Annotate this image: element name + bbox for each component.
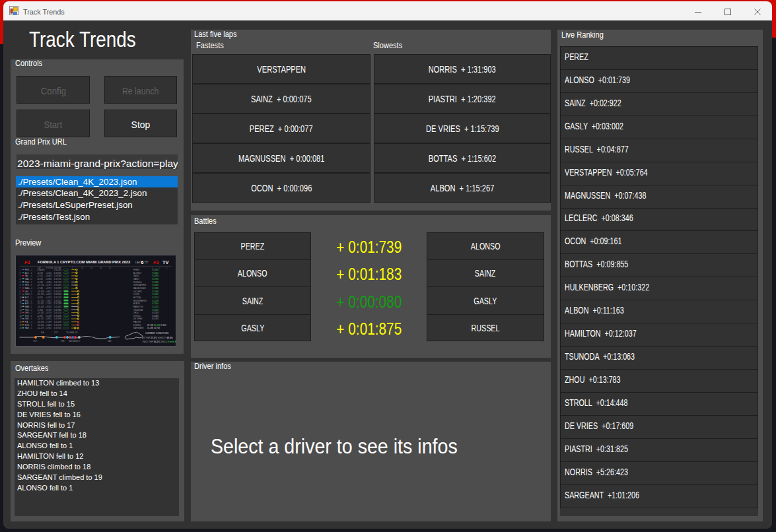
svg-text:VERSTAPPEN: VERSTAPPEN [133, 284, 146, 286]
svg-text:+ 0: + 0 [30, 302, 32, 305]
svg-text:GASLY: GASLY [133, 278, 139, 281]
svg-text:SAR: SAR [25, 327, 29, 329]
svg-text:PER: PER [25, 269, 29, 271]
svg-text:19: 19 [20, 323, 22, 326]
svg-text:16: 16 [20, 314, 22, 317]
svg-text:+4.396: +4.396 [46, 281, 52, 283]
svg-text:ALONSO: ALONSO [133, 271, 142, 274]
svg-text:+ 1: + 1 [30, 296, 32, 298]
svg-text:+ 2: + 2 [30, 308, 32, 311]
svg-text:+13.307: +13.307 [37, 302, 44, 305]
svg-text:+18.428: +18.428 [37, 305, 44, 308]
svg-text:HAMILTON: HAMILTON [133, 305, 143, 308]
svg-text:+4.191: +4.191 [46, 286, 52, 289]
svg-text:1:33.982: 1:33.982 [54, 308, 62, 311]
svg-text:+6.982: +6.982 [46, 317, 52, 320]
svg-text:+4.192: +4.192 [37, 271, 43, 274]
svg-text:31.918: 31.918 [154, 327, 160, 329]
svg-text:+8.468: +8.468 [46, 275, 52, 277]
svg-text:F1: F1 [153, 259, 159, 265]
svg-text:- 0: - 0 [30, 317, 32, 320]
svg-text:- 0: - 0 [30, 290, 32, 292]
svg-text:S1.986: S1.986 [153, 286, 159, 289]
svg-text:LEC: LEC [25, 290, 29, 292]
svg-text:17: 17 [20, 317, 22, 320]
svg-text:NORRIS: NORRIS [133, 323, 141, 326]
svg-text:INTERVAL: INTERVAL [46, 267, 54, 269]
svg-text:1:33.419: 1:33.419 [54, 290, 62, 292]
svg-text:BOT: BOT [25, 296, 29, 298]
svg-text:+ 1: + 1 [30, 312, 32, 314]
svg-text:DE VRIES: DE VRIES [133, 317, 143, 320]
svg-text:+1.120: +1.120 [46, 271, 52, 274]
svg-text:+8.319: +8.319 [37, 278, 43, 281]
svg-text:PEREZ: PEREZ [133, 269, 140, 271]
svg-text:- 2: - 2 [30, 314, 32, 317]
svg-text:TV: TV [162, 259, 169, 265]
svg-text:S1.838: S1.838 [153, 269, 159, 271]
svg-text:- 2: - 2 [30, 305, 32, 308]
svg-text:HULKENBERG: HULKENBERG [133, 299, 147, 302]
svg-text:HAM: HAM [25, 305, 30, 308]
svg-text:+8.303: +8.303 [46, 305, 52, 308]
svg-text:1:33.288: 1:33.288 [54, 302, 62, 305]
svg-text:LAP: LAP [135, 260, 141, 263]
svg-text:+5.118: +5.118 [46, 314, 52, 317]
svg-text:+ 0: + 0 [30, 286, 32, 289]
svg-text:18: 18 [20, 321, 22, 323]
svg-text:+19.296: +19.296 [37, 321, 44, 323]
svg-text:1:33.451: 1:33.451 [54, 299, 62, 302]
svg-text:+14.273: +14.273 [37, 327, 44, 329]
svg-text:+0.183: +0.183 [46, 296, 52, 298]
svg-text:BOTTAS: BOTTAS [133, 296, 141, 298]
svg-text:RUS: RUS [25, 281, 29, 283]
svg-text:29.738: 29.738 [147, 323, 153, 326]
svg-text:+ 0: + 0 [30, 278, 32, 281]
svg-text:S1.573: S1.573 [153, 296, 159, 298]
svg-text:1:33.383: 1:33.383 [54, 275, 62, 277]
svg-text:+9.821: +9.821 [46, 290, 52, 292]
svg-text:S1.735: S1.735 [153, 317, 159, 320]
svg-text:S1.988: S1.988 [153, 281, 159, 283]
svg-text:F1: F1 [24, 259, 30, 265]
svg-text:TSUNODA: TSUNODA [133, 308, 143, 311]
svg-text:TSU HAM LEC: TSU HAM LEC [66, 331, 78, 334]
svg-text:STR: STR [25, 314, 29, 317]
svg-text:1:33.205: 1:33.205 [54, 269, 62, 271]
svg-text:6: 6 [141, 259, 144, 264]
svg-text:+19.262: +19.262 [37, 323, 44, 326]
svg-text:HUL: HUL [25, 299, 29, 302]
svg-text:PIA: PIA [41, 331, 44, 334]
svg-text:+7.382: +7.382 [46, 302, 52, 305]
svg-text:ZHO: ZHO [25, 312, 30, 314]
svg-text:+7.817: +7.817 [46, 299, 52, 302]
svg-text:1:33.126: 1:33.126 [54, 312, 62, 314]
svg-text:S1.143: S1.143 [153, 312, 159, 314]
svg-text:1:33.923: 1:33.923 [54, 327, 62, 329]
svg-text:STR: STR [54, 331, 57, 334]
svg-text:20: 20 [20, 327, 22, 329]
svg-text:LECLERC: LECLERC [133, 290, 142, 292]
svg-text:+7.584: +7.584 [37, 286, 43, 289]
svg-text:+5.902: +5.902 [46, 327, 52, 329]
svg-text:1:33.937: 1:33.937 [54, 286, 62, 289]
svg-text:+6.268: +6.268 [37, 281, 43, 283]
svg-text:VER: VER [61, 339, 65, 342]
svg-text:+7.399: +7.399 [46, 321, 52, 323]
svg-text:+ 1: + 1 [30, 269, 32, 271]
svg-text:STROLL: STROLL [133, 314, 141, 317]
svg-text:1:33.562: 1:33.562 [54, 293, 62, 296]
svg-text:PIA: PIA [25, 321, 28, 323]
svg-text:+ 1: + 1 [30, 293, 32, 296]
svg-text:AIR TEMP 27.3°C HUMIDITY 69.4%: AIR TEMP 27.3°C HUMIDITY 69.4% [142, 336, 173, 339]
svg-text:- 1: - 1 [30, 323, 32, 326]
svg-text:S1.343: S1.343 [153, 308, 159, 311]
svg-text:S1.618: S1.618 [153, 284, 159, 286]
svg-text:1:33.431: 1:33.431 [54, 305, 62, 308]
svg-text:- 0: - 0 [30, 275, 32, 277]
svg-text:1:33.109: 1:33.109 [54, 323, 62, 326]
svg-text:1:33.756: 1:33.756 [54, 278, 62, 281]
svg-text:S1.968: S1.968 [153, 290, 159, 292]
svg-text:SAR: SAR [108, 339, 112, 342]
svg-text:TRACK TEMP 35.2°C WIND 2.8 km/: TRACK TEMP 35.2°C WIND 2.8 km/h SSW [142, 340, 176, 343]
